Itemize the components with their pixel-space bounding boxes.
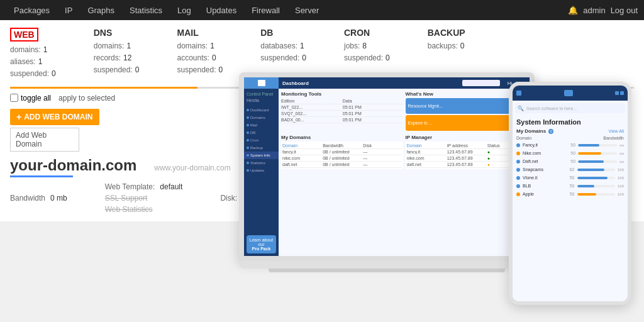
search-icon: 🔍 [518,106,524,111]
my-domains-count: 0 [548,129,553,134]
top-navigation: Packages IP Graphs Statistics Log Update… [0,0,644,20]
nav-item-updates[interactable]: Updates [199,6,244,15]
laptop-title: Dashboard [282,80,309,86]
phone-domain-row-6: Apple 50 100 [513,190,628,198]
domain-dot-2 [516,160,520,164]
cp-label: Control PanelHestia [244,89,279,106]
bandwidth-col-header: Bandwidth [586,136,624,140]
phone-domain-row-2: Daft.net 50 oo [513,157,628,165]
left-nav-system-info[interactable]: System Info [244,152,279,159]
logout-link[interactable]: Log out [611,6,638,15]
domain-bar-fill-2 [578,160,603,163]
domain-name-4: Vlone.it [523,175,561,180]
add-web-domain-button[interactable]: + ADD WEB DOMAIN [10,109,99,125]
domain-bar-fill-6 [577,193,596,196]
domain-unlimited-6: 100 [618,192,624,196]
left-nav-backup[interactable]: Backup [244,144,279,152]
domain-row-3: daft.net 0B / unlimited — [282,162,402,168]
domain-bw-6: 50 [564,192,575,196]
domain-bar-fill-4 [577,177,608,179]
bandwidth-key: Bandwidth [10,194,45,203]
domain-name: your-domain.com [10,157,136,174]
learn-more-box: Learn about ourPro Pack [247,235,276,253]
domain-dot-1 [516,152,520,155]
disk-key: Disk: [220,194,237,203]
nav-item-graphs[interactable]: Graphs [80,6,122,15]
panel-logo [258,80,265,86]
nav-item-ip[interactable]: IP [57,6,80,15]
toggle-all-label: toggle all [21,94,51,103]
monitoring-row-2: IWT_022... 05:01 PM [281,104,403,111]
domain-unlimited-2: oo [619,160,624,164]
domain-unlimited-0: oo [619,143,624,147]
domain-url: www.your-domain.com [154,164,230,172]
domain-dot-6 [516,192,520,196]
mail-stats: MAIL domains:1 accounts:0 suspended:0 [177,28,223,80]
domain-bar-5 [577,185,616,187]
domain-unlimited-3: 100 [618,168,624,172]
plus-icon: + [16,112,21,122]
admin-label: admin [583,6,605,15]
domain-bw-0: 50 [564,143,575,147]
domain-dot-5 [516,184,520,188]
web-statistics-label: Web Statistics [105,205,183,214]
apply-to-selected-button[interactable]: apply to selected [58,94,115,103]
phone-search-bar[interactable]: 🔍 Search software to here... [515,103,625,113]
domain-name-2: Daft.net [523,159,562,164]
my-domains-label: My Domains [516,128,546,134]
left-nav-dashboard[interactable]: Dashboard [244,106,279,114]
domain-bar-0 [578,144,617,147]
my-domains-header: My Domains 0 View All [513,127,628,135]
domain-bar-1 [578,152,617,155]
my-domains-section: My Domains Domain Bandwidth Disk fancy.i… [281,135,403,169]
nav-item-packages[interactable]: Packages [6,6,57,15]
phone-mockup: 🔍 Search software to here... System Info… [509,82,631,305]
ip-row-3: daft.net 123.45.67.89 ● [407,162,526,168]
left-nav-db[interactable]: DB [244,129,279,136]
left-nav-updates[interactable]: Updates [244,167,279,174]
nav-item-firewall[interactable]: Firewall [244,6,287,15]
nav-item-log[interactable]: Log [170,6,199,15]
dns-stats: DNS domains:1 records:12 suspended:0 [94,28,140,80]
domain-bw-3: 82 [564,167,575,172]
ip-header: Domain IP address Status [407,143,526,149]
ip-row-1: fancy.it 123.45.67.89 ● [407,149,526,155]
phone-domain-row-4: Vlone.it 50 100 [513,174,628,182]
domain-bar-2 [578,160,617,163]
domain-bw-1: 50 [564,151,575,155]
domain-unlimited-5: 100 [618,184,624,188]
domain-bar-fill-5 [577,185,594,187]
domain-name-6: Apple [523,192,561,196]
laptop-sidebar-top [244,77,279,89]
domain-row-1: fancy.it 0B / unlimited — [282,149,402,155]
left-nav-webdomains[interactable]: Domains [244,114,279,121]
monitoring-row-3: SVQ7_002... 05:01 PM [281,111,403,117]
ssl-support-label: SSL Support [105,194,183,203]
laptop-topbar: Dashboard Hi, John [279,77,530,89]
bell-icon: 🔔 [568,6,578,15]
domain-bw-4: 50 [564,175,575,180]
laptop-content: Monitoring Tools Edition Data IWT_022...… [279,89,530,172]
domain-name-3: Snapcams [523,167,561,172]
laptop-sidebar: Control PanelHestia Dashboard Domains Ma… [244,77,279,256]
laptop-search[interactable] [462,80,500,86]
web-label: WEB [10,28,38,42]
nav-item-statistics[interactable]: Statistics [122,6,170,15]
view-all-link[interactable]: View All [609,129,624,133]
system-information-title: System Information [513,116,628,127]
toggle-all-control[interactable]: toggle all [10,94,51,103]
left-nav-mail[interactable]: Mail [244,121,279,129]
phone-domain-row-3: Snapcams 82 100 [513,165,628,174]
phone-topbar [513,86,628,101]
laptop-screen: Control PanelHestia Dashboard Domains Ma… [239,72,535,261]
left-nav-cron[interactable]: Cron [244,136,279,144]
add-domain-dropdown[interactable]: Add Web Domain [10,128,79,152]
phone-domain-list: Fancy.it 50 oo Nike.com 50 oo Daft.net 5 [513,141,628,198]
domain-table-header: Domain Bandwidth [513,135,628,141]
bandwidth-val: 0 mb [50,194,67,203]
toggle-all-checkbox[interactable] [10,94,18,102]
left-nav-stats[interactable]: Statistics [244,159,279,167]
phone-domain-row-5: BLB 50 100 [513,182,628,190]
domain-unlimited-1: oo [619,152,624,155]
nav-item-server[interactable]: Server [287,6,326,15]
